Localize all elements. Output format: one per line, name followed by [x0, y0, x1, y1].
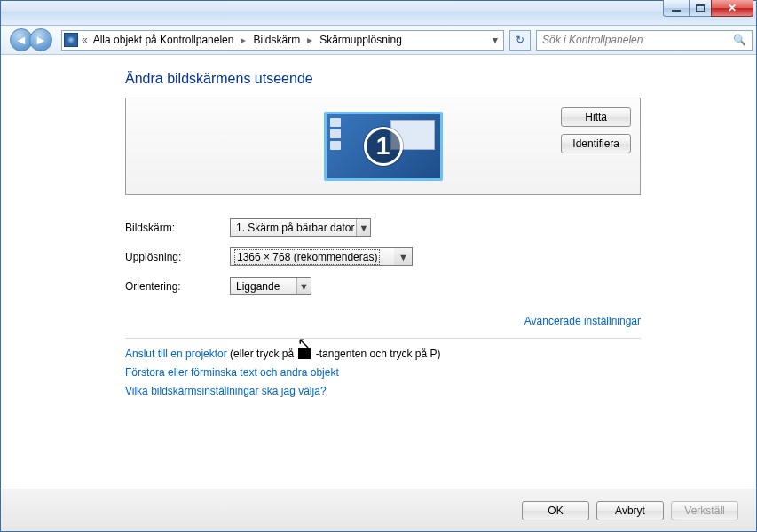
chevron-right-icon: ▸	[241, 34, 246, 46]
advanced-settings-link[interactable]: Avancerade inställningar	[524, 315, 641, 327]
identify-button[interactable]: Identifiera	[561, 134, 631, 153]
address-dropdown-icon[interactable]: ▾	[487, 31, 501, 50]
content-area: Ändra bildskärmens utseende 1 Hitta Iden…	[1, 55, 756, 489]
refresh-button[interactable]: ↻	[509, 30, 531, 51]
resolution-value: 1366 × 768 (rekommenderas)	[236, 251, 378, 263]
desktop-icons	[330, 118, 343, 175]
minimize-icon	[672, 10, 681, 12]
search-input[interactable]: Sök i Kontrollpanelen 🔍	[536, 30, 753, 51]
monitor-number: 1	[364, 127, 403, 166]
titlebar: ✕	[1, 1, 756, 26]
resolution-label: Upplösning:	[125, 251, 230, 263]
monitor-thumbnail[interactable]: 1	[324, 112, 443, 181]
control-panel-icon	[64, 33, 78, 47]
window-controls: ✕	[664, 0, 753, 17]
search-placeholder: Sök i Kontrollpanelen	[542, 34, 643, 46]
apply-button: Verkställ	[671, 501, 738, 520]
page-title: Ändra bildskärmens utseende	[125, 71, 641, 87]
close-button[interactable]: ✕	[711, 0, 753, 17]
chevron-down-icon: ▼	[296, 278, 311, 294]
navigation-bar: ◄ ► « Alla objekt på Kontrollpanelen ▸ B…	[1, 26, 756, 55]
forward-button[interactable]: ►	[29, 28, 52, 51]
breadcrumb-root[interactable]: Alla objekt på Kontrollpanelen	[93, 34, 234, 46]
address-bar[interactable]: « Alla objekt på Kontrollpanelen ▸ Bilds…	[61, 30, 504, 51]
display-label: Bildskärm:	[125, 222, 230, 234]
maximize-icon	[696, 4, 705, 12]
breadcrumb-mid[interactable]: Bildskärm	[253, 34, 300, 46]
window-frame: ✕ ◄ ► « Alla objekt på Kontrollpanelen ▸…	[0, 0, 757, 532]
orientation-select[interactable]: Liggande ▼	[230, 277, 311, 295]
projector-link[interactable]: Anslut till en projektor	[125, 348, 227, 360]
orientation-label: Orientering:	[125, 280, 230, 293]
chevron-down-icon: ▼	[394, 247, 413, 266]
windows-key-icon	[298, 348, 311, 359]
cancel-button[interactable]: Avbryt	[596, 501, 664, 520]
minimize-button[interactable]	[663, 0, 690, 17]
forward-icon: ►	[35, 34, 47, 46]
close-icon: ✕	[728, 3, 737, 13]
dialog-footer: OK Avbryt Verkställ	[1, 489, 756, 531]
chevron-down-icon: ▼	[356, 219, 370, 236]
find-button[interactable]: Hitta	[561, 107, 631, 127]
text-size-link[interactable]: Förstora eller förminska text och andra …	[125, 366, 339, 379]
maximize-button[interactable]	[689, 0, 712, 17]
search-icon: 🔍	[733, 34, 746, 46]
breadcrumb-leaf[interactable]: Skärmupplösning	[319, 34, 402, 46]
display-preview: 1 Hitta Identifiera	[125, 98, 641, 195]
breadcrumb-overflow-icon: «	[82, 34, 88, 46]
display-value: 1. Skärm på bärbar dator	[236, 222, 354, 234]
orientation-value: Liggande	[236, 280, 280, 293]
back-icon: ◄	[15, 34, 28, 46]
projector-text-b: -tangenten och tryck på P)	[312, 348, 440, 360]
ok-button[interactable]: OK	[522, 501, 589, 520]
refresh-icon: ↻	[516, 34, 524, 46]
display-select[interactable]: 1. Skärm på bärbar dator ▼	[230, 218, 371, 237]
chevron-right-icon: ▸	[307, 34, 312, 46]
separator	[125, 338, 641, 339]
which-settings-link[interactable]: Vilka bildskärmsinställningar ska jag vä…	[125, 385, 327, 397]
projector-text-a: (eller tryck på	[227, 348, 297, 360]
nav-arrows: ◄ ►	[10, 28, 52, 51]
resolution-select[interactable]: 1366 × 768 (rekommenderas) ▼	[230, 247, 395, 266]
